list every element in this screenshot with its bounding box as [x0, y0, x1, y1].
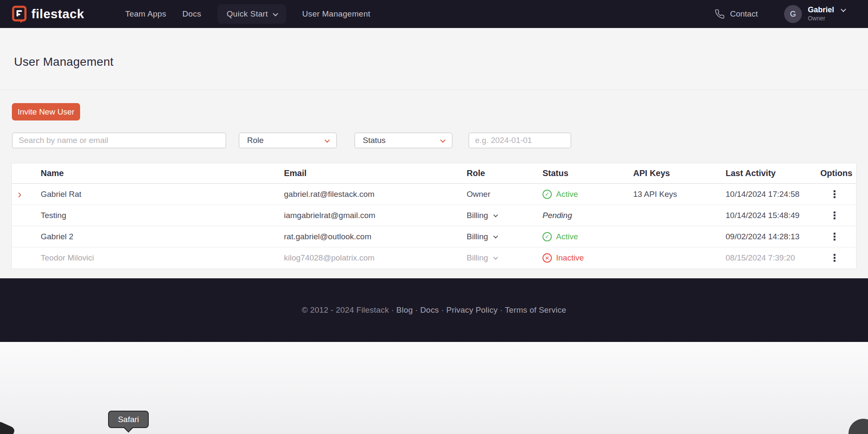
- kebab-menu-icon[interactable]: ⋮: [829, 253, 840, 263]
- user-role-cell[interactable]: Billing: [467, 253, 542, 263]
- dock-tooltip-safari: Safari: [108, 411, 149, 428]
- role-filter-label: Role: [247, 136, 264, 145]
- last-activity-cell: 08/15/2024 7:39:20: [726, 253, 813, 263]
- topbar-right-group: Contact G Gabriel Owner: [715, 5, 845, 23]
- top-navigation-bar: filestack Team Apps Docs Quick Start Use…: [0, 0, 868, 28]
- status-icon: ✕: [542, 253, 552, 263]
- filestack-logo-icon: [12, 6, 27, 23]
- role-chevron-down-icon[interactable]: [493, 255, 498, 260]
- last-activity-cell: 10/14/2024 15:48:49: [726, 211, 813, 220]
- user-email-cell: gabriel.rat@filestack.com: [284, 190, 467, 199]
- role-label: Owner: [467, 190, 490, 199]
- status-icon: ✓: [542, 190, 552, 199]
- nav-item-docs[interactable]: Docs: [182, 9, 201, 19]
- filestack-wordmark: filestack: [31, 7, 84, 21]
- search-input[interactable]: [12, 132, 226, 148]
- status-label: Inactive: [556, 253, 584, 263]
- kebab-menu-icon[interactable]: ⋮: [829, 232, 840, 242]
- user-menu-role: Owner: [808, 15, 845, 22]
- invite-new-user-button[interactable]: Invite New User: [12, 103, 80, 120]
- table-row: › Gabriel Rat gabriel.rat@filestack.com …: [12, 184, 856, 205]
- user-menu-name: Gabriel: [808, 5, 834, 15]
- user-role-cell[interactable]: Billing: [467, 211, 542, 220]
- status-cell: ✓ Active: [542, 232, 633, 241]
- chevron-down-icon: [440, 137, 446, 143]
- chevron-down-icon: [841, 6, 846, 12]
- footer-link-blog[interactable]: Blog: [396, 305, 413, 314]
- table-header-row: Name Email Role Status API Keys Last Act…: [12, 163, 856, 184]
- contact-link[interactable]: Contact: [715, 9, 757, 19]
- nav-item-user-management[interactable]: User Management: [302, 9, 370, 19]
- status-cell: Pending: [542, 211, 633, 220]
- footer-link-docs[interactable]: Docs: [420, 305, 439, 314]
- filter-bar: Role Status: [0, 132, 868, 148]
- phone-icon: [715, 9, 725, 19]
- status-cell: ✓ Active: [542, 190, 633, 199]
- user-name-cell: Teodor Milovici: [41, 253, 284, 263]
- user-email-cell: kilog74028@polatrix.com: [284, 253, 467, 263]
- user-name-cell: Gabriel Rat: [41, 190, 284, 199]
- status-filter-label: Status: [363, 136, 386, 145]
- footer-link-privacy-policy[interactable]: Privacy Policy: [446, 305, 498, 314]
- user-table: Name Email Role Status API Keys Last Act…: [11, 163, 857, 269]
- api-keys-cell[interactable]: 13 API Keys: [633, 190, 726, 199]
- table-body: › Gabriel Rat gabriel.rat@filestack.com …: [12, 184, 856, 269]
- footer-link-terms-of-service[interactable]: Terms of Service: [505, 305, 566, 314]
- nav-item-team-apps[interactable]: Team Apps: [125, 9, 167, 19]
- nav-item-quick-start[interactable]: Quick Start: [217, 4, 286, 24]
- avatar: G: [784, 5, 802, 23]
- site-footer: © 2012 - 2024 Filestack · Blog · Docs · …: [0, 278, 868, 342]
- chevron-down-icon: [325, 137, 330, 143]
- role-chevron-down-icon[interactable]: [493, 233, 498, 238]
- user-name-cell: Gabriel 2: [41, 232, 284, 241]
- column-header-name: Name: [41, 168, 284, 178]
- status-filter-dropdown[interactable]: Status: [354, 132, 453, 148]
- date-filter-input[interactable]: [468, 132, 571, 148]
- role-chevron-down-icon[interactable]: [493, 212, 498, 217]
- table-row: Testing iamgabrielrat@gmail.com Billing …: [12, 205, 856, 226]
- footer-text: © 2012 - 2024 Filestack · Blog · Docs · …: [302, 305, 566, 315]
- user-menu[interactable]: G Gabriel Owner: [784, 5, 845, 23]
- user-email-cell: iamgabrielrat@gmail.com: [284, 211, 467, 220]
- chevron-down-icon: [273, 11, 278, 16]
- column-header-api-keys: API Keys: [633, 168, 726, 178]
- page-header: User Management: [0, 28, 868, 90]
- status-label: Active: [556, 190, 578, 199]
- contact-label: Contact: [730, 9, 757, 19]
- main-navigation: Team Apps Docs Quick Start User Manageme…: [125, 4, 370, 24]
- role-label: Billing: [467, 211, 488, 220]
- column-header-options: Options: [813, 168, 856, 178]
- role-filter-dropdown[interactable]: Role: [239, 132, 337, 148]
- nav-quick-start-label: Quick Start: [227, 9, 268, 19]
- table-row: Gabriel 2 rat.gabriel@outlook.com Billin…: [12, 226, 856, 247]
- page-title: User Management: [14, 55, 114, 69]
- column-header-email: Email: [284, 168, 467, 178]
- column-header-last-activity: Last Activity: [726, 168, 813, 178]
- row-expander-icon[interactable]: ›: [18, 188, 22, 200]
- dock-icon-partial-right[interactable]: [849, 419, 868, 434]
- status-label: Pending: [542, 211, 572, 220]
- role-label: Billing: [467, 232, 488, 241]
- last-activity-cell: 09/02/2024 14:28:13: [726, 232, 813, 241]
- column-header-status: Status: [542, 168, 633, 178]
- column-header-role: Role: [467, 168, 542, 178]
- user-role-cell[interactable]: Owner: [467, 190, 542, 199]
- user-name-cell: Testing: [41, 211, 284, 220]
- table-row: Teodor Milovici kilog74028@polatrix.com …: [12, 247, 856, 269]
- status-icon: ✓: [542, 232, 552, 241]
- status-label: Active: [556, 232, 578, 241]
- filestack-logo[interactable]: filestack: [12, 6, 84, 23]
- kebab-menu-icon[interactable]: ⋮: [829, 210, 840, 221]
- desktop-background: Safari: [0, 342, 868, 434]
- user-role-cell[interactable]: Billing: [467, 232, 542, 241]
- last-activity-cell: 10/14/2024 17:24:58: [726, 190, 813, 199]
- status-cell: ✕ Inactive: [542, 253, 633, 263]
- kebab-menu-icon[interactable]: ⋮: [829, 189, 840, 199]
- role-label: Billing: [467, 253, 488, 263]
- footer-copyright: © 2012 - 2024 Filestack: [302, 305, 389, 314]
- user-email-cell: rat.gabriel@outlook.com: [284, 232, 467, 241]
- dock-icon-partial-left[interactable]: [0, 421, 16, 434]
